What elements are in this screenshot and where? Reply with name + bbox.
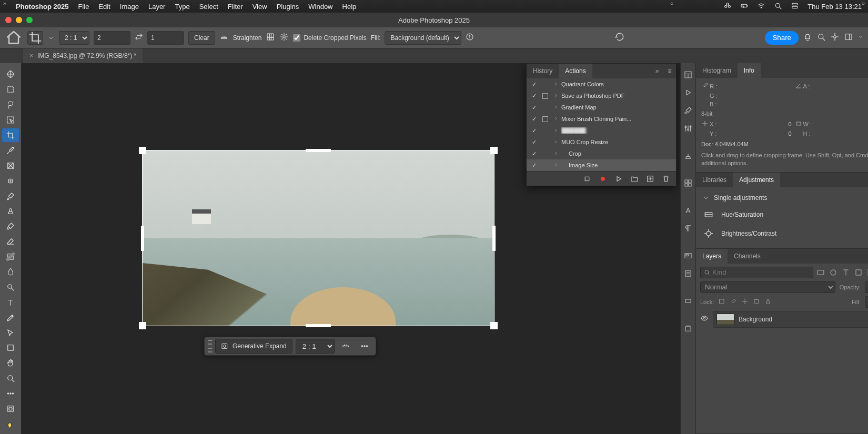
wifi-icon[interactable] — [757, 2, 765, 12]
delete-cropped-checkbox[interactable]: Delete Cropped Pixels — [293, 34, 366, 42]
share-button[interactable]: Share — [765, 31, 799, 45]
document-tab[interactable]: × IMG_8543.jpg @ 72.9% (RGB/8*) * — [23, 48, 143, 63]
healing-brush-tool[interactable] — [2, 174, 19, 188]
action-row[interactable]: ✓██████ — [527, 125, 676, 136]
adjustment-brightness-contrast[interactable]: Brightness/Contrast — [701, 224, 868, 243]
opacity-input[interactable] — [865, 281, 868, 293]
dock-brush-icon[interactable] — [681, 103, 695, 118]
chevron-right-icon[interactable] — [552, 93, 559, 99]
actions-play-button[interactable] — [614, 174, 623, 184]
search-icon[interactable] — [816, 32, 826, 43]
blend-mode-select[interactable]: Normal — [700, 281, 835, 293]
chevron-down-icon[interactable] — [552, 139, 559, 146]
object-selection-tool[interactable] — [2, 113, 19, 127]
action-toggle-checkbox[interactable]: ✓ — [530, 81, 538, 88]
window-close-button[interactable] — [5, 17, 12, 23]
dock-clone-source-icon[interactable] — [681, 148, 695, 163]
action-row[interactable]: ✓MUO Crop Resize — [527, 136, 676, 148]
blur-tool[interactable] — [2, 265, 19, 279]
crop-settings-gear-icon[interactable] — [279, 32, 289, 43]
crop-handle-br[interactable] — [490, 322, 498, 329]
action-toggle-checkbox[interactable]: ✓ — [530, 127, 538, 134]
tab-adjustments[interactable]: Adjustments — [733, 173, 780, 187]
actions-stop-button[interactable] — [582, 174, 592, 184]
lasso-tool[interactable] — [2, 98, 19, 112]
generative-expand-button[interactable]: Generative Expand — [215, 339, 292, 354]
drag-grip-icon[interactable] — [208, 340, 212, 352]
menu-edit[interactable]: Edit — [98, 3, 110, 11]
chevron-right-icon[interactable] — [552, 162, 559, 169]
actions-record-button[interactable] — [598, 174, 608, 184]
brush-tool[interactable] — [2, 189, 19, 203]
menu-select[interactable]: Select — [199, 3, 218, 11]
pen-tool[interactable] — [2, 310, 19, 325]
crop-handle-tl[interactable] — [139, 147, 146, 154]
menu-type[interactable]: Type — [175, 3, 189, 11]
lock-pixels-icon[interactable] — [718, 298, 725, 306]
close-tab-icon[interactable]: × — [29, 52, 33, 59]
dock-adjust-icon[interactable] — [681, 121, 695, 136]
reset-crop-button[interactable] — [614, 32, 625, 44]
crop-handle-tr[interactable] — [490, 147, 498, 154]
lock-position-icon[interactable] — [730, 298, 737, 306]
dock-properties-icon[interactable] — [681, 67, 695, 82]
contextual-task-bar-icon[interactable] — [830, 32, 840, 43]
contextual-task-bar[interactable]: Generative Expand 2 : 1 — [204, 337, 376, 356]
history-brush-tool[interactable] — [2, 219, 19, 234]
dock-notes-icon[interactable] — [681, 266, 695, 281]
actions-new-action-button[interactable] — [645, 174, 655, 184]
actions-panel-menu-icon[interactable]: ≡ — [663, 67, 676, 75]
chevron-right-icon[interactable] — [552, 81, 559, 88]
clear-button[interactable]: Clear — [188, 31, 215, 45]
chevron-right-icon[interactable] — [552, 104, 559, 111]
crop-handle-bl[interactable] — [139, 322, 146, 329]
move-tool[interactable] — [2, 67, 19, 82]
notifications-icon[interactable] — [803, 32, 812, 43]
action-row[interactable]: ✓Crop — [527, 148, 676, 159]
actions-new-set-button[interactable] — [630, 174, 639, 184]
lock-move-icon[interactable] — [741, 298, 749, 306]
filter-smart-icon[interactable] — [866, 267, 868, 278]
control-center-icon[interactable] — [791, 2, 799, 12]
filter-pixel-icon[interactable] — [815, 267, 826, 278]
single-adjustments-header[interactable]: Single adjustments — [701, 190, 868, 205]
tool-preset-chevron-icon[interactable] — [47, 31, 55, 45]
window-zoom-button[interactable] — [26, 17, 33, 23]
app-name[interactable]: Photoshop 2025 — [16, 3, 68, 11]
action-row[interactable]: ✓Image Size — [527, 159, 676, 171]
overlay-grid-button[interactable] — [266, 32, 275, 43]
action-row[interactable]: ✓Gradient Map — [527, 102, 676, 113]
lock-all-icon[interactable] — [764, 298, 772, 306]
action-toggle-checkbox[interactable]: ✓ — [530, 139, 538, 146]
frame-tool[interactable] — [2, 158, 19, 173]
dock-libraries-icon[interactable] — [681, 321, 695, 336]
straighten-button[interactable]: Straighten — [219, 33, 262, 43]
menu-view[interactable]: View — [253, 3, 267, 11]
hand-tool[interactable] — [2, 356, 19, 370]
toolbar-collapse-icon[interactable]: » — [3, 0, 6, 6]
tab-history[interactable]: History — [527, 64, 559, 78]
adjustment-hue-saturation[interactable]: Hue/Saturation — [701, 205, 868, 224]
edit-toolbar-button[interactable] — [2, 387, 19, 401]
zoom-tool[interactable] — [2, 371, 19, 386]
tab-layers[interactable]: Layers — [696, 249, 728, 264]
actions-history-panel[interactable]: History Actions » ≡ ✓Quadrant Colors✓Sav… — [526, 63, 677, 186]
canvas-area[interactable]: Generative Expand 2 : 1 History Actions … — [21, 63, 680, 434]
workspace-chevron-icon[interactable] — [857, 34, 864, 42]
menu-help[interactable]: Help — [342, 3, 357, 11]
eyedropper-tool[interactable] — [2, 143, 19, 157]
layer-fill-input[interactable] — [865, 296, 868, 308]
layers-filter-input[interactable] — [700, 267, 813, 278]
chevron-right-icon[interactable] — [552, 150, 559, 157]
dock-navigator-icon[interactable] — [681, 248, 695, 263]
filter-shape-icon[interactable] — [853, 267, 864, 278]
tab-actions[interactable]: Actions — [559, 64, 592, 78]
dock-character-icon[interactable] — [681, 203, 695, 218]
cc-status-icon[interactable] — [723, 2, 732, 12]
dock-play-icon[interactable] — [681, 85, 695, 100]
menubar-clock[interactable]: Thu Feb 13 13:21 — [808, 3, 862, 11]
action-modal-toggle[interactable] — [540, 93, 550, 99]
menu-layer[interactable]: Layer — [148, 3, 166, 11]
workspace-switcher-icon[interactable] — [844, 32, 853, 43]
fill-select[interactable]: Background (default) — [385, 31, 461, 45]
